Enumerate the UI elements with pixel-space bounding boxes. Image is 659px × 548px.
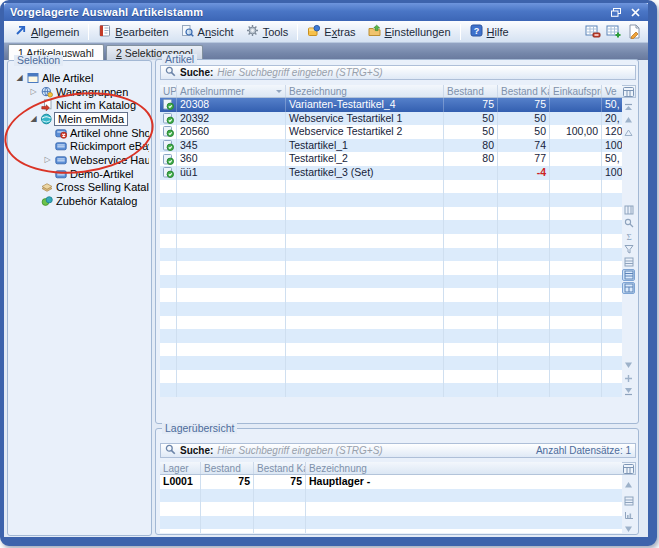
table-row[interactable]: 360 Testartikel_2 80 77 50, [160,152,622,166]
table-row[interactable] [160,529,622,533]
selektion-tree: ◢ Alle Artikel ▷ Warengruppen Nicht im K… [10,71,149,531]
table-row[interactable]: 20308 Varianten-Testartikel_4 75 75 50, [160,98,622,112]
menu-item-extras[interactable]: Extras [301,23,361,41]
column-header-up[interactable]: UP [160,85,177,97]
columns-icon[interactable] [622,204,635,216]
scroll-down-icon[interactable] [622,359,635,371]
table-row[interactable] [160,180,622,194]
table-row[interactable] [160,275,622,289]
arrow-ne-icon [14,24,27,39]
tree-item-demo-artikel[interactable]: Demo-Artikel [10,167,149,181]
menu-item-einstellungen[interactable]: Einstellungen [362,23,457,41]
table-row[interactable] [160,383,622,397]
table-row[interactable] [160,248,622,262]
column-chooser-button[interactable] [622,85,636,98]
tree-item-artikel-ohne-shop-kategorie[interactable]: Artikel ohne Shop-Kategorie [10,126,149,140]
tree-item-nicht-im-katalog[interactable]: Nicht im Katalog [10,98,149,112]
scroll-down-icon[interactable] [622,523,635,535]
tree-item-warengruppen[interactable]: ▷ Warengruppen [10,85,149,99]
close-button[interactable] [627,5,643,19]
folder-settings-icon [368,24,381,39]
tree-item-rückimport-ebay[interactable]: Rückimport eBay [10,139,149,153]
scroll-up-icon[interactable] [622,114,635,126]
title-bar: Vorgelagerte Auswahl Artikelstamm [4,3,648,21]
column-chooser-button[interactable] [622,462,636,475]
layout-icon[interactable] [622,495,635,507]
menu-item-tools[interactable]: Tools [240,23,295,41]
column-header-bestand[interactable]: Bestand [444,85,498,97]
layout-icon[interactable] [622,256,635,268]
tree-expander-icon[interactable]: ◢ [14,73,25,82]
column-header-einkaufspreis[interactable]: Einkaufspreis [550,85,602,97]
table-row[interactable] [160,502,622,516]
column-header-artikelnummer[interactable]: Artikelnummer [177,85,286,97]
column-header-bestand-kalk[interactable]: Bestand Kalk. [498,85,550,97]
table-row[interactable] [160,316,622,330]
tree-item-zubehör-katalog[interactable]: Zubehör Katalog [10,194,149,208]
tree-item-mein-emmida[interactable]: ◢ Mein emMida [10,112,149,126]
tree-expander-icon[interactable]: ▷ [42,155,53,164]
tab-strip: 1 Artikelauswahl 2 Selektionspool [4,43,648,60]
table-row[interactable] [160,261,622,275]
column-header-bezeichnung[interactable]: Bezeichnung [286,85,444,97]
zoom-icon[interactable] [622,217,635,229]
table-row[interactable] [160,220,622,234]
column-chooser-icon [623,460,634,478]
table-row[interactable] [160,370,622,384]
table-row[interactable] [160,329,622,343]
filter-icon[interactable] [622,243,635,255]
column-header-bestand-kalk[interactable]: Bestand Kalk. [254,462,306,474]
chart-icon[interactable] [622,509,635,521]
table-row[interactable]: 20560 Webservice Testartikel 2 50 50 100… [160,125,622,139]
table-row[interactable] [160,193,622,207]
menu-item-ansicht[interactable]: Ansicht [175,23,240,41]
lager-table-body: L0001 75 75 Hauptlager - [160,475,622,533]
scroll-up-icon[interactable] [622,479,635,491]
extras-box-icon [307,24,320,39]
tree-item-cross-selling-katalog[interactable]: Cross Selling Katalog [10,181,149,195]
sum-icon[interactable]: Σ [622,230,635,242]
table-row[interactable] [160,207,622,221]
column-header-lager[interactable]: Lager [160,462,201,474]
table-row[interactable] [160,343,622,357]
table-row[interactable] [160,356,622,370]
scroll-bottom-icon[interactable] [622,385,635,397]
grid-remove-icon[interactable] [585,24,601,39]
tree-item-webservice-hauptkategorie[interactable]: ▷ Webservice Hauptkategorie [10,153,149,167]
table-row[interactable]: üü1 Testartikel_3 (Set) -4 100 [160,166,622,180]
grid-view-icon[interactable] [622,269,635,281]
menu-separator [297,24,298,40]
table-row[interactable] [160,489,622,503]
table-row[interactable]: 20392 Webservice Testartikel 1 50 50 20, [160,112,622,126]
table-row[interactable] [160,288,622,302]
table-row[interactable]: L0001 75 75 Hauptlager - [160,475,622,489]
search-placeholder: Hier Suchbegriff eingeben (STRG+S) [217,445,532,456]
table-row[interactable] [160,516,622,530]
menu-item-allgemein[interactable]: Allgemein [8,23,85,41]
table-row[interactable] [160,234,622,248]
table-row[interactable]: 345 Testartikel_1 80 74 100 [160,139,622,153]
artikel-table-header: UP Artikelnummer Bezeichnung Bestand Bes… [160,85,622,98]
table-row[interactable] [160,302,622,316]
menu-item-hilfe[interactable]: ? Hilfe [464,23,515,41]
restore-button[interactable] [608,5,624,19]
scroll-top-icon[interactable] [622,101,635,113]
card-view-icon[interactable] [622,282,635,294]
column-header-verkaufspreis[interactable]: Ve [602,85,622,97]
menu-item-bearbeiten[interactable]: Bearbeiten [92,23,174,41]
tree-expander-icon[interactable]: ▷ [28,87,39,96]
lager-group: Lagerübersicht Suche: Hier Suchbegriff e… [155,428,639,535]
artikel-search-bar[interactable]: Suche: Hier Suchbegriff eingeben (STRG+S… [160,65,636,80]
page-edit-icon[interactable] [627,24,641,39]
column-header-bestand[interactable]: Bestand [201,462,254,474]
tree-expander-icon[interactable]: ◢ [28,114,39,123]
up-status-icon [160,98,177,112]
scroll-prev-icon[interactable] [622,127,635,139]
add-row-icon[interactable] [622,372,635,384]
search-icon [165,66,176,79]
tree-item-alle-artikel[interactable]: ◢ Alle Artikel [10,71,149,85]
emmida-globe-icon [39,113,54,125]
grid-add-icon[interactable] [606,24,622,39]
column-header-bezeichnung[interactable]: Bezeichnung [306,462,622,474]
lager-search-bar[interactable]: Suche: Hier Suchbegriff eingeben (STRG+S… [160,443,636,458]
